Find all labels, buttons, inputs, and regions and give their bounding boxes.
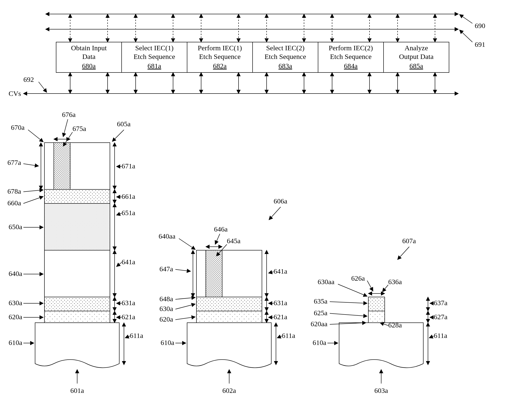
s1-676a: 676a bbox=[62, 111, 76, 118]
s2-610a: 610a bbox=[161, 339, 174, 346]
s1-678a: 678a bbox=[8, 187, 21, 195]
flow-1-ref: 681a bbox=[147, 62, 161, 70]
stack-1: 605a 670a 676a 675a 677a 671a 678a 660a … bbox=[8, 111, 143, 394]
s1-660a: 660a bbox=[8, 199, 21, 207]
svg-line-51 bbox=[112, 130, 124, 142]
s1-610a: 610a bbox=[9, 339, 22, 346]
s1-620a: 620a bbox=[9, 313, 22, 321]
s1-677a: 677a bbox=[8, 158, 21, 166]
svg-line-77 bbox=[269, 207, 281, 220]
s1-651a: 651a bbox=[122, 209, 135, 217]
label-692: 692 bbox=[23, 76, 34, 83]
flow-5-l2: Output Data bbox=[399, 52, 433, 60]
diagram-svg: 690 691 Obtain Input Data 680a Select IE… bbox=[0, 0, 529, 420]
s2-631a: 631a bbox=[274, 299, 287, 307]
s2-id: 606a bbox=[274, 197, 287, 205]
s3-626a: 626a bbox=[351, 274, 365, 282]
stack-3: 607a 630aa 626a 636a 635a 637a 625a 627a… bbox=[311, 237, 447, 394]
svg-line-82 bbox=[268, 272, 274, 273]
svg-line-78 bbox=[179, 238, 195, 249]
label-cvs: CVs bbox=[9, 90, 21, 97]
flow-0-ref: 680a bbox=[82, 62, 96, 70]
svg-line-52 bbox=[28, 130, 43, 142]
svg-line-61 bbox=[117, 213, 122, 215]
s3-625a: 625a bbox=[314, 309, 327, 317]
s1-671a: 671a bbox=[122, 162, 135, 170]
svg-line-53 bbox=[63, 119, 68, 137]
s3-625-rect bbox=[368, 311, 385, 323]
s1-670a: 670a bbox=[11, 123, 25, 131]
flow-2-l2: Etch Sequence bbox=[199, 52, 240, 60]
s1-id: 605a bbox=[117, 120, 131, 128]
s2-610-rect bbox=[187, 323, 271, 368]
s2-645-rect bbox=[206, 250, 222, 297]
flow-3-ref: 683a bbox=[278, 62, 292, 70]
s2-640aa: 640aa bbox=[159, 232, 175, 240]
s2-621a: 621a bbox=[274, 313, 287, 321]
s3-635a: 635a bbox=[314, 297, 327, 305]
flow-5-ref: 685a bbox=[410, 62, 423, 70]
s3-id: 607a bbox=[402, 237, 416, 245]
svg-line-86 bbox=[175, 317, 195, 320]
svg-line-58 bbox=[23, 197, 43, 203]
stack-2: 606a 640aa 646a 645a 647a 641a 648a 630a… bbox=[159, 197, 295, 394]
svg-line-14 bbox=[460, 14, 472, 23]
flow-boxes: Obtain Input Data 680a Select IEC(1) Etc… bbox=[56, 42, 449, 73]
s2-630-rect bbox=[197, 297, 262, 311]
s2-646a: 646a bbox=[214, 225, 227, 233]
s1-641a: 641a bbox=[122, 258, 135, 266]
flow-0-l2: Data bbox=[82, 52, 96, 60]
svg-line-98 bbox=[382, 285, 388, 292]
s2-620-rect bbox=[197, 311, 262, 323]
svg-line-99 bbox=[330, 302, 367, 303]
s2-611a: 611a bbox=[282, 332, 295, 339]
flow-4-l1: Perform IEC(2) bbox=[329, 44, 373, 52]
s1-640-rect bbox=[44, 250, 110, 297]
flow-3-l1: Select IEC(2) bbox=[266, 44, 304, 52]
flow-area: 690 691 Obtain Input Data 680a Select IE… bbox=[9, 14, 485, 97]
flow-2-l1: Perform IEC(1) bbox=[198, 44, 242, 52]
s1-610-rect bbox=[35, 323, 119, 368]
flow-2-ref: 682a bbox=[213, 62, 227, 70]
s3-637a: 637a bbox=[434, 299, 447, 307]
svg-line-95 bbox=[397, 247, 409, 260]
s3-635-rect bbox=[368, 297, 385, 311]
svg-line-101 bbox=[330, 313, 367, 316]
flow-0-l1: Obtain Input bbox=[71, 44, 107, 52]
label-691: 691 bbox=[475, 40, 485, 48]
svg-line-106 bbox=[429, 336, 434, 338]
svg-line-81 bbox=[175, 269, 191, 271]
s3-610-rect bbox=[339, 323, 423, 368]
svg-line-83 bbox=[175, 298, 195, 299]
s1-650a: 650a bbox=[9, 223, 22, 231]
s1-640a: 640a bbox=[9, 270, 22, 277]
s2-641a: 641a bbox=[274, 267, 287, 275]
s3-610a: 610a bbox=[313, 339, 326, 346]
s1-660-rect bbox=[44, 189, 110, 203]
s2-648a: 648a bbox=[159, 295, 173, 302]
s3-630aa: 630aa bbox=[317, 278, 334, 286]
s3-bottom: 603a bbox=[374, 387, 388, 394]
s1-675a: 675a bbox=[72, 125, 86, 132]
svg-line-84 bbox=[175, 304, 195, 309]
s3-627a: 627a bbox=[434, 313, 447, 321]
svg-line-96 bbox=[338, 284, 367, 296]
s3-620aa: 620aa bbox=[311, 320, 327, 328]
flow-4-ref: 684a bbox=[344, 62, 357, 70]
s3-611a: 611a bbox=[434, 332, 447, 339]
s2-645a: 645a bbox=[227, 237, 240, 245]
s1-650-rect bbox=[44, 203, 110, 250]
flow-3-l2: Etch Sequence bbox=[264, 52, 306, 60]
s1-631a: 631a bbox=[122, 299, 135, 307]
flow-5-l1: Analyze bbox=[405, 44, 428, 52]
svg-line-63 bbox=[117, 262, 122, 267]
s3-628a: 628a bbox=[388, 321, 402, 329]
s1-620-rect bbox=[44, 311, 110, 323]
s1-621a: 621a bbox=[122, 313, 135, 321]
s2-630a: 630a bbox=[159, 305, 173, 313]
svg-line-89 bbox=[277, 336, 282, 338]
s2-620a: 620a bbox=[159, 315, 173, 323]
svg-line-97 bbox=[367, 281, 373, 291]
s1-661a: 661a bbox=[122, 193, 135, 200]
s1-bottom: 601a bbox=[70, 387, 84, 394]
